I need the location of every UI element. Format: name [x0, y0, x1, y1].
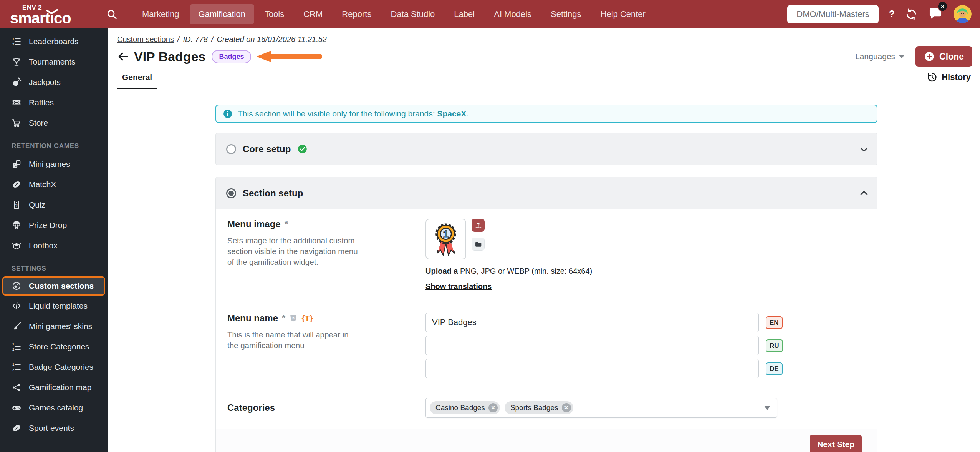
categories-label-block: Categories [227, 402, 425, 413]
sidebar-item-store-categories[interactable]: 12 Store Categories [0, 336, 108, 357]
football-icon [12, 179, 22, 189]
categories-value-block: Casino Badges × Sports Badges × [425, 398, 866, 418]
chevron-up-icon [860, 190, 868, 198]
ticket-icon [12, 98, 22, 108]
svg-text:1: 1 [443, 228, 449, 240]
upload-image-button[interactable] [472, 219, 485, 232]
bomb-icon [12, 77, 22, 87]
lootbox-icon [12, 241, 22, 251]
brand-logo[interactable]: ENV-2 smartico [10, 3, 106, 25]
sidebar-item-store[interactable]: Store [0, 113, 108, 133]
avatar[interactable] [954, 5, 972, 23]
menu-name-input-de[interactable] [425, 359, 759, 378]
share-nodes-icon [12, 382, 22, 392]
refresh-icon[interactable] [905, 8, 917, 20]
sidebar-item-label: Games catalog [29, 403, 83, 412]
nav-item-crm[interactable]: CRM [295, 4, 331, 24]
help-icon[interactable]: ? [889, 8, 895, 20]
sidebar-item-label: Tournaments [29, 57, 75, 66]
lang-chip-en: EN [766, 316, 783, 329]
field-row-menu-name: Menu name* 5 {T} This is the name that w… [216, 302, 877, 390]
sidebar-item-tournaments[interactable]: Tournaments [0, 52, 108, 72]
sidebar-item-sport-events[interactable]: Sport events [0, 418, 108, 438]
menu-image-preview[interactable]: 1 [425, 219, 466, 259]
nav-item-settings[interactable]: Settings [542, 4, 590, 24]
nav-item-marketing[interactable]: Marketing [133, 4, 188, 24]
notification-count-badge: 3 [937, 1, 948, 12]
sidebar-item-lootbox[interactable]: Lootbox [0, 235, 108, 256]
sidebar-item-gamification-map[interactable]: Gamification map [0, 377, 108, 397]
sidebar-item-liquid-templates[interactable]: Liquid templates [0, 296, 108, 316]
categories-label: Categories [227, 402, 275, 413]
account-selector[interactable]: DMO/Multi-Masters [787, 5, 878, 23]
section-setup-radio[interactable] [226, 188, 236, 198]
breadcrumb-id: ID: 778 [183, 35, 207, 43]
next-step-button[interactable]: Next Step [810, 435, 862, 452]
sidebar-item-raffles[interactable]: Raffles [0, 92, 108, 113]
history-button[interactable]: History [927, 72, 971, 83]
sidebar-item-prize-drop[interactable]: Prize Drop [0, 215, 108, 235]
nav-item-help-center[interactable]: Help Center [592, 4, 654, 24]
languages-dropdown[interactable]: Languages [855, 52, 905, 61]
sidebar-item-quiz[interactable]: ? Quiz [0, 194, 108, 215]
sidebar-group-header-settings: SETTINGS [0, 256, 108, 276]
custom-section-icon [12, 281, 22, 291]
nav-item-label[interactable]: Label [445, 4, 483, 24]
accordion-core-setup[interactable]: Core setup [215, 133, 877, 165]
clone-button[interactable]: Clone [915, 46, 972, 67]
dice-icon [12, 159, 22, 169]
core-setup-radio[interactable] [226, 144, 236, 154]
required-asterisk: * [282, 313, 285, 324]
breadcrumb-separator: / [211, 35, 214, 43]
nav-item-ai-models[interactable]: AI Models [485, 4, 540, 24]
sidebar-item-matchx[interactable]: MatchX [0, 174, 108, 194]
show-translations-link[interactable]: Show translations [425, 282, 492, 291]
tab-general[interactable]: General [117, 73, 157, 89]
sidebar-item-label: Mini games' skins [29, 322, 92, 331]
code-icon [12, 301, 22, 311]
banner-brand-name: SpaceX [437, 109, 466, 118]
search-icon[interactable] [106, 8, 118, 20]
nav-item-reports[interactable]: Reports [333, 4, 380, 24]
header-actions: Languages Clone [855, 46, 972, 67]
section-setup-title: Section setup [243, 188, 303, 199]
nav-item-gamification[interactable]: Gamification [190, 4, 254, 24]
sidebar-item-jackpots[interactable]: Jackpots [0, 72, 108, 92]
sidebar-item-label: MatchX [29, 180, 56, 189]
topnav-right-cluster: DMO/Multi-Masters ? 3 [787, 5, 972, 23]
cart-icon [12, 118, 22, 128]
nav-item-data-studio[interactable]: Data Studio [382, 4, 444, 24]
nav-divider [127, 8, 127, 20]
breadcrumb-link-custom-sections[interactable]: Custom sections [117, 35, 174, 43]
svg-text:1: 1 [12, 37, 14, 41]
chevron-down-icon [860, 144, 868, 152]
menu-name-input-en[interactable] [425, 313, 759, 332]
sidebar-item-label: Lootbox [29, 241, 58, 250]
remove-chip-icon[interactable]: × [488, 403, 498, 412]
sidebar-item-mini-games-skins[interactable]: Mini games' skins [0, 316, 108, 336]
category-chip-casino-badges: Casino Badges × [430, 401, 500, 414]
sidebar-item-mini-games[interactable]: Mini games [0, 154, 108, 174]
categories-multiselect[interactable]: Casino Badges × Sports Badges × [425, 398, 777, 418]
sidebar: 12 Leaderboards Tournaments Jackpots Raf… [0, 28, 108, 452]
svg-text:?: ? [15, 203, 18, 208]
sidebar-item-label: Custom sections [29, 281, 94, 291]
remove-chip-icon[interactable]: × [562, 403, 571, 412]
banner-text: This section will be visible only for th… [238, 109, 468, 118]
gamepad-icon [12, 403, 22, 413]
sidebar-item-games-catalog[interactable]: Games catalog [0, 397, 108, 418]
sidebar-item-leaderboards[interactable]: 12 Leaderboards [0, 31, 108, 52]
sidebar-item-badge-categories[interactable]: 12 Badge Categories [0, 357, 108, 377]
sidebar-item-label: Raffles [29, 98, 54, 107]
notifications-button[interactable]: 3 [928, 6, 943, 22]
back-arrow-icon[interactable] [117, 50, 129, 63]
tab-bar: General History [108, 67, 980, 89]
sidebar-item-custom-sections[interactable]: Custom sections [2, 276, 105, 296]
menu-name-input-ru[interactable] [425, 336, 759, 355]
check-circle-icon [297, 144, 308, 154]
browse-gallery-button[interactable] [472, 238, 485, 251]
accordion-section-setup[interactable]: Section setup [215, 177, 877, 209]
lang-chip-de: DE [766, 362, 783, 375]
annotation-arrow [257, 51, 322, 62]
nav-item-tools[interactable]: Tools [256, 4, 293, 24]
